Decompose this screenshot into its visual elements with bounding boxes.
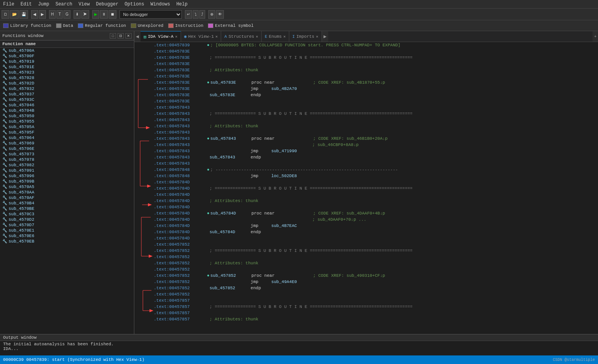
menu-view[interactable]: View [76, 1, 93, 8]
code-line[interactable]: .text:00457852 ; ================ S U B … [154, 248, 598, 254]
code-line[interactable]: .text:0045783E ; ================ S U B … [154, 55, 598, 61]
function-list-item[interactable]: 🔧sub_4570E1 [0, 228, 134, 233]
function-list-item[interactable]: 🔧sub_4570EB [0, 239, 134, 244]
function-list-item[interactable]: 🔧sub_457073 [0, 151, 134, 157]
code-line[interactable]: .text:00457848 jmp loc_502DE8 [154, 173, 598, 179]
function-list-item[interactable]: 🔧sub_457055 [0, 119, 134, 124]
code-line[interactable]: .text:0045783E [154, 98, 598, 104]
toolbar-stepover[interactable]: ⤵ [193, 10, 199, 19]
function-list-item[interactable]: 🔧sub_4570C3 [0, 211, 134, 217]
code-line[interactable]: .text:0045784D jmp sub_4B7EAC [154, 223, 598, 229]
function-list-item[interactable]: 🔧sub_45701E [0, 64, 134, 70]
code-line[interactable]: .text:0045784D ; ================ S U B … [154, 185, 598, 192]
function-list-item[interactable]: 🔧sub_45705A [0, 124, 134, 130]
tab-structures[interactable]: A Structures ✕ [221, 31, 262, 42]
function-list-item[interactable]: 🔧sub_45704B [0, 108, 134, 113]
function-list-item[interactable]: 🔧sub_457032 [0, 86, 134, 91]
function-list-item[interactable]: 🔧sub_4570AF [0, 195, 134, 200]
code-line[interactable]: .text:00457843 [154, 160, 598, 167]
code-line[interactable]: .text:00457843 ; sub_46CBF0+8A8↓p [154, 142, 598, 148]
toolbar-bp[interactable]: ⊕ [208, 10, 215, 19]
toolbar-run[interactable]: ▶ [92, 10, 99, 19]
menu-debugger[interactable]: Debugger [93, 1, 121, 8]
tab-hex-close[interactable]: ✕ [215, 34, 218, 39]
code-line[interactable]: .text:00457843 [154, 129, 598, 135]
function-list-item[interactable]: 🔧sub_457037 [0, 91, 134, 97]
toolbar-graph[interactable]: G [63, 10, 70, 19]
toolbar-back[interactable]: ◀ [31, 10, 38, 19]
function-list-item[interactable]: 🔧sub_4570D2 [0, 217, 134, 222]
function-list-item[interactable]: 🔧sub_4570B4 [0, 200, 134, 206]
code-area[interactable]: ▼ ▼ ▼ .text:00457839 ●; [00000005 BYTES:… [134, 42, 598, 334]
function-list-item[interactable]: 🔧sub_4570A5 [0, 184, 134, 190]
code-line[interactable]: .text:00457852 jmp sub_49A4E0 [154, 279, 598, 285]
toolbar-pause[interactable]: ⏸ [100, 10, 108, 19]
code-line[interactable]: .text:0045784D sub_45784D endp [154, 229, 598, 235]
code-line[interactable]: .text:00457852 [154, 254, 598, 260]
tab-ida-close[interactable]: ✕ [175, 34, 178, 39]
code-line[interactable]: .text:00457848 ●; ----------------------… [154, 167, 598, 173]
code-line[interactable]: .text:00457839 ●; [00000005 BYTES: COLLA… [154, 42, 598, 48]
function-list-item[interactable]: 🔧sub_457064 [0, 135, 134, 141]
menu-jump[interactable]: Jump [35, 1, 53, 8]
code-line[interactable]: .text:0045783E ●sub_45783E proc near ; C… [154, 79, 598, 86]
tab-ida-view[interactable]: ▤ IDA View-A ✕ [141, 31, 181, 42]
function-list-item[interactable]: 🔧sub_4570BE [0, 206, 134, 211]
menu-windows[interactable]: Windows [148, 1, 173, 8]
toolbar-arrow-down[interactable]: ⬇ [74, 10, 81, 19]
function-list-item[interactable]: 🔧sub_45706E [0, 146, 134, 151]
toolbar-step[interactable]: ↵ [185, 10, 192, 19]
tab-imports[interactable]: I Imports ✕ [289, 31, 322, 42]
code-line[interactable]: .text:00457852 [154, 291, 598, 297]
function-list-item[interactable]: 🔧sub_45700F [0, 53, 134, 59]
code-line[interactable]: .text:00457843 ●sub_457843 proc near ; C… [154, 135, 598, 142]
function-list-item[interactable]: 🔧sub_457046 [0, 102, 134, 108]
function-list-item[interactable]: 🔧sub_45700A [0, 48, 134, 53]
toolbar-open[interactable]: 📂 [10, 10, 19, 19]
code-line[interactable]: .text:0045784D [154, 235, 598, 241]
toolbar-stepout[interactable]: ⤴ [199, 10, 205, 19]
tab-new[interactable]: + [593, 31, 598, 42]
code-line[interactable]: .text:00457843 ; Attributes: thunk [154, 123, 598, 129]
menu-search[interactable]: Search [52, 1, 75, 8]
code-line[interactable]: .text:0045783E [154, 73, 598, 79]
function-list-item[interactable]: 🔧sub_4570D7 [0, 222, 134, 228]
code-line[interactable]: .text:00457857 ; ================ S U B … [154, 304, 598, 310]
code-line[interactable]: .text:00457857 [154, 310, 598, 316]
function-list-item[interactable]: 🔧sub_457050 [0, 113, 134, 119]
code-line[interactable]: .text:00457843 [154, 104, 598, 111]
code-line[interactable]: .text:00457843 [154, 117, 598, 123]
function-list-item[interactable]: 🔧sub_45705F [0, 130, 134, 135]
menu-edit[interactable]: Edit [18, 1, 35, 8]
code-line[interactable]: .text:00457843 sub_457843 endp [154, 154, 598, 160]
code-line[interactable]: .text:00457852 [154, 266, 598, 273]
function-list-item[interactable]: 🔧sub_45703C [0, 97, 134, 102]
function-list-item[interactable]: 🔧sub_457023 [0, 70, 134, 75]
function-list-item[interactable]: 🔧sub_457096 [0, 173, 134, 179]
code-line[interactable]: .text:0045784D [154, 204, 598, 210]
functions-list[interactable]: 🔧sub_45700A🔧sub_45700F🔧sub_457019🔧sub_45… [0, 48, 134, 334]
code-line[interactable]: .text:0045783E jmp sub_4B2A70 [154, 86, 598, 92]
tab-structures-close[interactable]: ✕ [256, 34, 258, 39]
toolbar-new[interactable]: 🗋 [2, 10, 9, 19]
code-line[interactable]: .text:0045783E sub_45783E endp [154, 92, 598, 98]
tab-enums[interactable]: E Enums ✕ [262, 31, 289, 42]
code-line[interactable]: .text:00457852 ; Attributes: thunk [154, 260, 598, 266]
toolbar-forward[interactable]: ▶ [39, 10, 46, 19]
panel-dock-btn[interactable]: ⊟ [118, 33, 124, 39]
code-line[interactable]: .text:00457843 jmp sub_471990 [154, 148, 598, 154]
toolbar-save[interactable]: 💾 [19, 10, 28, 19]
code-line[interactable]: .text:0045783E [154, 48, 598, 55]
code-line[interactable]: .text:00457857 ; Attributes: thunk [154, 316, 598, 322]
function-list-item[interactable]: 🔧sub_457082 [0, 162, 134, 168]
menu-file[interactable]: File [0, 1, 18, 8]
code-line[interactable]: .text:0045784D ; Attributes: thunk [154, 198, 598, 204]
code-line[interactable]: .text:00457843 ; ================ S U B … [154, 111, 598, 117]
function-list-item[interactable]: 🔧sub_457019 [0, 59, 134, 64]
menu-help[interactable]: Help [173, 1, 191, 8]
code-line[interactable]: .text:00457852 sub_457852 endp [154, 285, 598, 291]
function-list-item[interactable]: 🔧sub_45702D [0, 81, 134, 86]
panel-float-btn[interactable]: □ [110, 33, 116, 39]
toolbar-stop[interactable]: ⏹ [109, 10, 116, 19]
debugger-select[interactable]: No debugger [120, 10, 182, 19]
